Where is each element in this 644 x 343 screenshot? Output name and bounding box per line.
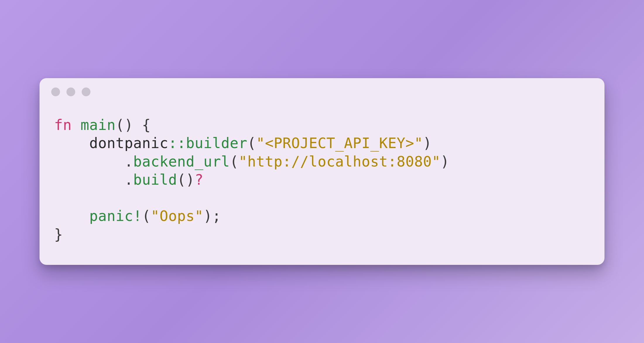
- keyword-fn: fn: [54, 117, 72, 133]
- dot: .: [124, 172, 133, 188]
- string-api-key: "<PROJECT_API_KEY>": [256, 135, 423, 152]
- open-paren: (: [142, 208, 151, 224]
- method-builder: builder: [186, 135, 247, 152]
- indent: [54, 153, 124, 170]
- open-paren: (: [230, 153, 239, 170]
- method-build: build: [133, 172, 177, 188]
- string-oops: "Oops": [151, 208, 203, 224]
- indent: [54, 135, 89, 152]
- minimize-icon[interactable]: [66, 88, 75, 96]
- semicolon: ;: [212, 208, 221, 224]
- parens: (): [116, 117, 133, 133]
- dot: .: [124, 153, 133, 170]
- close-paren: ): [203, 208, 212, 224]
- method-backend-url: backend_url: [133, 153, 230, 170]
- open-paren: (: [247, 135, 256, 152]
- module-name: dontpanic: [89, 135, 168, 152]
- macro-panic: panic!: [89, 208, 142, 224]
- close-brace: }: [54, 226, 63, 243]
- close-paren: ): [441, 153, 449, 170]
- window-titlebar: [40, 78, 604, 96]
- code-window: fn main() { dontpanic::builder("<PROJECT…: [40, 78, 604, 265]
- path-separator: ::: [168, 135, 186, 152]
- parens: (): [177, 172, 195, 188]
- indent: [54, 172, 124, 188]
- close-paren: ): [423, 135, 432, 152]
- code-block: fn main() { dontpanic::builder("<PROJECT…: [40, 96, 604, 265]
- close-icon[interactable]: [51, 88, 60, 96]
- function-name: main: [80, 117, 116, 133]
- string-url: "http://localhost:8080": [239, 153, 441, 170]
- maximize-icon[interactable]: [82, 88, 90, 96]
- open-brace: {: [133, 117, 151, 133]
- indent: [54, 208, 89, 224]
- question-mark: ?: [195, 172, 203, 188]
